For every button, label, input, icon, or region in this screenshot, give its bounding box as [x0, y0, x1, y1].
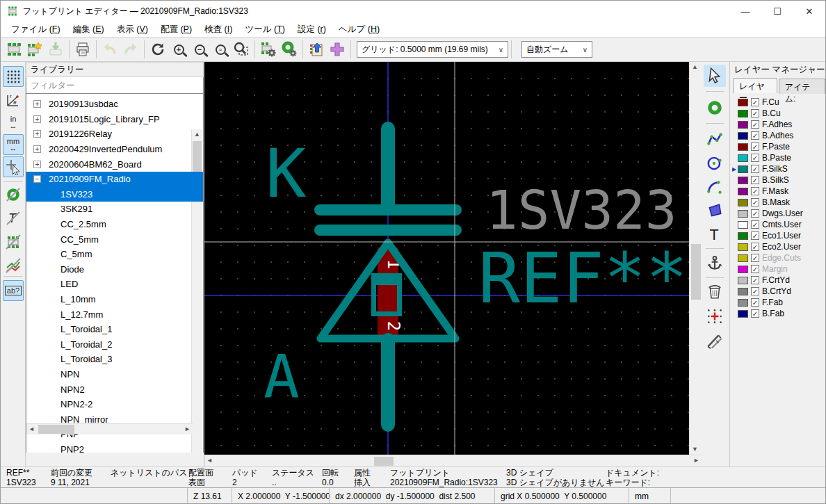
- text-sketch-mode-button[interactable]: T: [3, 208, 24, 229]
- library-tree-item[interactable]: LED: [26, 277, 203, 292]
- tree-expander-icon[interactable]: +: [33, 100, 41, 108]
- footprint-properties-button[interactable]: [258, 39, 279, 60]
- new-footprint-button[interactable]: [3, 39, 24, 60]
- layer-row[interactable]: ▶ ✓ Dwgs.User: [730, 208, 826, 219]
- layer-visibility-checkbox[interactable]: ✓: [751, 243, 759, 251]
- measure-tool-button[interactable]: [704, 330, 726, 352]
- library-tree-item[interactable]: L_Toroidal_1: [26, 322, 203, 337]
- refresh-view-button[interactable]: [147, 39, 168, 60]
- text-tool-button[interactable]: T: [704, 223, 726, 245]
- layer-row[interactable]: ▶ ✓ Margin: [730, 263, 826, 275]
- layer-row[interactable]: ▶ ✓ B.Fab: [730, 308, 826, 319]
- menu-item[interactable]: ファイル (F): [5, 22, 67, 38]
- library-tree-item[interactable]: NPN: [26, 367, 203, 382]
- layer-visibility-checkbox[interactable]: ✓: [751, 298, 759, 307]
- insert-footprint-button[interactable]: [327, 39, 348, 60]
- layer-visibility-checkbox[interactable]: ✓: [751, 254, 759, 262]
- layer-color-swatch[interactable]: [738, 199, 748, 206]
- layer-visibility-checkbox[interactable]: ✓: [751, 165, 759, 173]
- layer-color-swatch[interactable]: [738, 243, 748, 251]
- scroll-left-icon[interactable]: ◄: [204, 455, 215, 466]
- grid-select[interactable]: グリッド: 0.5000 mm (19.69 mils) ∨: [357, 41, 508, 58]
- tree-expander-icon[interactable]: +: [33, 161, 41, 168]
- layer-row[interactable]: ▶ ✓ B.Mask: [730, 197, 826, 208]
- scroll-right-icon[interactable]: ►: [182, 424, 193, 434]
- library-tree-item[interactable]: L_12.7mm: [26, 307, 203, 322]
- layer-row[interactable]: ▶ ✓ Eco1.User: [730, 230, 826, 241]
- update-footprint-on-board-button[interactable]: [306, 39, 327, 60]
- units-mm-button[interactable]: mm↔: [3, 134, 24, 155]
- layer-row[interactable]: ▶ ✓ F.CrtYd: [730, 275, 826, 286]
- layer-color-swatch[interactable]: [738, 277, 748, 284]
- scroll-right-icon[interactable]: ►: [691, 455, 702, 466]
- library-tree-item[interactable]: NPN2-2: [26, 397, 203, 412]
- grid-toggle-button[interactable]: [3, 66, 24, 87]
- auto-zoom-select[interactable]: 自動ズーム ∨: [521, 41, 592, 58]
- tree-expander-icon[interactable]: +: [33, 145, 41, 153]
- library-tree-item[interactable]: + 20190913usbdac: [26, 97, 203, 112]
- circle-tool-button[interactable]: [704, 152, 726, 174]
- layer-visibility-checkbox[interactable]: ✓: [751, 309, 759, 318]
- layer-visibility-checkbox[interactable]: ✓: [751, 98, 759, 106]
- layer-visibility-checkbox[interactable]: ✓: [751, 109, 759, 117]
- pad-properties-button[interactable]: [279, 39, 300, 60]
- layer-row[interactable]: ▶ ✓ Edge.Cuts: [730, 252, 826, 263]
- layer-visibility-checkbox[interactable]: ✓: [751, 131, 759, 140]
- library-tree-item[interactable]: L_Toroidal_3: [26, 352, 203, 367]
- library-tree-item[interactable]: L_Toroidal_2: [26, 337, 203, 352]
- layer-visibility-checkbox[interactable]: ✓: [751, 265, 759, 273]
- footprint-value-text[interactable]: 1SV323: [486, 179, 677, 241]
- kathode-label[interactable]: K: [266, 134, 307, 213]
- anchor-tool-button[interactable]: [704, 252, 726, 275]
- canvas-vertical-scrollbar[interactable]: ▲ ▼: [689, 62, 702, 455]
- menu-item[interactable]: 表示 (V): [111, 22, 154, 38]
- layer-color-swatch[interactable]: [738, 232, 748, 240]
- pad-sketch-mode-button[interactable]: [3, 184, 24, 205]
- menu-item[interactable]: 検査 (I): [198, 22, 238, 38]
- select-tool-button[interactable]: [704, 65, 726, 87]
- zoom-selection-button[interactable]: [231, 39, 252, 60]
- layer-visibility-checkbox[interactable]: ✓: [751, 143, 759, 151]
- high-contrast-text-button[interactable]: ab?: [3, 280, 24, 301]
- footprint-wizard-button[interactable]: [24, 39, 45, 60]
- redo-button[interactable]: [120, 39, 141, 60]
- maximize-button[interactable]: ☐: [761, 1, 793, 22]
- layer-row[interactable]: ▶ ✓ B.Cu: [730, 108, 826, 119]
- layer-row[interactable]: ▶ ✓ F.SilkS: [730, 163, 826, 174]
- delete-tool-button[interactable]: [704, 280, 726, 302]
- layer-color-swatch[interactable]: [738, 154, 748, 162]
- layer-color-swatch[interactable]: [738, 165, 748, 173]
- zoom-out-button[interactable]: −: [189, 39, 210, 60]
- silkscreen-diode-symbol[interactable]: [320, 129, 456, 425]
- menu-item[interactable]: 配置 (P): [154, 22, 198, 38]
- layer-row[interactable]: ▶ ✓ F.Fab: [730, 297, 826, 308]
- layer-visibility-checkbox[interactable]: ✓: [751, 287, 759, 295]
- layer-visibility-checkbox[interactable]: ✓: [751, 276, 759, 284]
- minimize-button[interactable]: —: [729, 1, 761, 22]
- anode-label[interactable]: A: [264, 341, 300, 411]
- print-button[interactable]: [72, 39, 93, 60]
- layer-manager-tab[interactable]: レイヤー: [733, 78, 777, 93]
- menu-item[interactable]: ヘルプ (H): [332, 22, 386, 38]
- layer-color-swatch[interactable]: [738, 254, 748, 262]
- layer-color-swatch[interactable]: [738, 132, 748, 140]
- library-filter-input[interactable]: [26, 77, 204, 94]
- tree-expander-icon[interactable]: +: [33, 130, 41, 138]
- save-button[interactable]: [45, 39, 66, 60]
- units-inches-button[interactable]: in↔: [3, 112, 24, 133]
- scroll-down-icon[interactable]: ▼: [690, 444, 700, 455]
- tree-expander-icon[interactable]: +: [33, 115, 41, 123]
- library-tree-item[interactable]: + 20191015Logic_Library_FP: [26, 112, 203, 127]
- tree-expander-icon[interactable]: −: [33, 175, 41, 183]
- canvas-horizontal-scrollbar[interactable]: ◄ ►: [204, 455, 702, 466]
- edge-sketch-mode-button[interactable]: [3, 255, 24, 276]
- layer-row[interactable]: ▶ ✓ B.Adhes: [730, 130, 826, 141]
- layer-visibility-checkbox[interactable]: ✓: [751, 231, 759, 240]
- pad-tool-button[interactable]: [704, 97, 726, 119]
- library-tree-horizontal-scrollbar[interactable]: ◄ ►: [26, 423, 193, 434]
- library-tree-item[interactable]: CC_5mm: [26, 231, 203, 247]
- layer-visibility-checkbox[interactable]: ✓: [751, 176, 759, 184]
- library-tree-item[interactable]: PNP2: [26, 442, 203, 453]
- library-tree-item[interactable]: + 20200429InvertedPendulum: [26, 142, 203, 157]
- layer-row[interactable]: ▶ ✓ B.CrtYd: [730, 286, 826, 297]
